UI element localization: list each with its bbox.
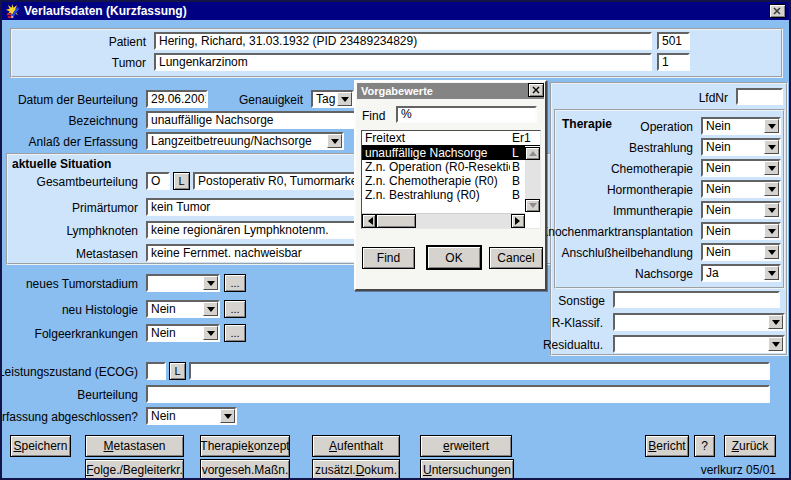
therapiekonzept-button[interactable]: Therapiekonzept bbox=[200, 435, 290, 457]
find-button[interactable]: Find bbox=[362, 247, 415, 269]
scroll-left-icon[interactable] bbox=[362, 214, 376, 228]
lfdnr-input[interactable] bbox=[736, 88, 783, 105]
designation-input[interactable]: unauffällige Nachsorge bbox=[146, 111, 364, 129]
lymph-nodes-label: Lymphknoten bbox=[66, 224, 138, 238]
tumor-id-input[interactable]: 1 bbox=[657, 53, 690, 71]
evaluation-input[interactable] bbox=[146, 385, 770, 403]
chevron-down-icon[interactable] bbox=[203, 302, 218, 316]
chevron-down-icon[interactable] bbox=[203, 326, 218, 340]
table-row[interactable]: unauffällige Nachsorge L bbox=[362, 146, 525, 160]
therapy-immuno-combobox[interactable]: Nein bbox=[701, 201, 781, 219]
table-row[interactable]: Z.n. Chemotherapie (R0) B bbox=[362, 174, 525, 188]
window-title: Verlaufsdaten (Kurzfassung) bbox=[24, 4, 187, 18]
version-text: verlkurz 05/01 bbox=[701, 463, 776, 477]
column-erf[interactable]: Er1 bbox=[512, 131, 531, 146]
complications-more-button[interactable]: ... bbox=[224, 324, 246, 342]
therapy-row-label: Knochenmarktransplantation bbox=[540, 225, 693, 239]
window-titlebar: Verlaufsdaten (Kurzfassung) bbox=[2, 2, 789, 20]
table-row[interactable]: Z.n. Operation (R0-Resektio B bbox=[362, 160, 525, 174]
vertical-scrollbar[interactable] bbox=[525, 147, 540, 212]
cancel-button[interactable]: Cancel bbox=[489, 247, 543, 269]
zusaetzl-dokum-button[interactable]: zusätzl.Dokum. bbox=[312, 459, 400, 480]
ecog-code-input[interactable] bbox=[146, 362, 166, 380]
aufenthalt-button[interactable]: Aufenthalt bbox=[312, 435, 400, 457]
ok-button[interactable]: OK bbox=[427, 246, 481, 269]
chevron-down-icon[interactable] bbox=[764, 119, 779, 133]
speichern-button[interactable]: Speichern bbox=[10, 435, 71, 457]
ecog-text-input[interactable] bbox=[189, 362, 770, 380]
chevron-down-icon[interactable] bbox=[768, 315, 783, 329]
chevron-down-icon[interactable] bbox=[764, 161, 779, 175]
therapy-followup-combobox[interactable]: Ja bbox=[701, 264, 781, 282]
chevron-down-icon[interactable] bbox=[203, 276, 218, 290]
residualtu-combobox[interactable] bbox=[613, 335, 785, 353]
sonstige-input[interactable] bbox=[613, 291, 780, 308]
patient-input[interactable]: Hering, Richard, 31.03.1932 (PID 2348923… bbox=[154, 32, 652, 50]
new-tumor-stage-label: neues Tumorstadium bbox=[26, 277, 138, 291]
chevron-down-icon[interactable] bbox=[220, 409, 235, 423]
scroll-down-icon[interactable] bbox=[525, 199, 540, 212]
chevron-down-icon[interactable] bbox=[337, 92, 352, 106]
untersuchungen-button[interactable]: Untersuchungen bbox=[420, 459, 514, 480]
window-close-button[interactable] bbox=[769, 4, 786, 18]
popup-titlebar: Vorgabewerte bbox=[357, 83, 544, 99]
chevron-down-icon[interactable] bbox=[327, 134, 342, 148]
help-button[interactable]: ? bbox=[694, 435, 715, 457]
folge-begleiterkr-button[interactable]: Folge./Begleiterkr. bbox=[85, 459, 184, 480]
new-tumor-stage-more-button[interactable]: ... bbox=[224, 274, 246, 292]
therapy-operation-combobox[interactable]: Nein bbox=[701, 117, 781, 135]
patient-id-input[interactable]: 501 bbox=[657, 32, 690, 50]
scroll-right-icon[interactable] bbox=[511, 214, 525, 228]
patient-label: Patient bbox=[109, 35, 146, 49]
tumor-input[interactable]: Lungenkarzinom bbox=[154, 53, 652, 71]
overall-lookup-button[interactable]: L bbox=[173, 172, 190, 190]
find-input[interactable]: % bbox=[396, 106, 537, 123]
therapy-row-label: Nachsorge bbox=[635, 267, 693, 281]
vorgeseh-massn-button[interactable]: vorgeseh. Maßn. bbox=[200, 459, 290, 480]
overall-assessment-code-input[interactable]: O bbox=[146, 172, 170, 190]
occasion-combobox[interactable]: Langzeitbetreuung/Nachsorge bbox=[146, 132, 344, 150]
tumor-label: Tumor bbox=[112, 56, 146, 70]
therapy-hormone-combobox[interactable]: Nein bbox=[701, 180, 781, 198]
therapy-row-label: Anschlußheilbehandlung bbox=[562, 246, 693, 260]
table-row[interactable]: Z.n. Bestrahlung (R0) B bbox=[362, 188, 525, 202]
close-icon bbox=[532, 86, 541, 94]
metastases-label: Metastasen bbox=[76, 247, 138, 261]
new-histology-label: neu Histologie bbox=[62, 303, 138, 317]
sonstige-label: Sonstige bbox=[558, 294, 605, 308]
zurueck-button[interactable]: Zurück bbox=[724, 435, 776, 457]
new-histology-combobox[interactable]: Nein bbox=[146, 300, 220, 318]
chevron-down-icon[interactable] bbox=[764, 182, 779, 196]
therapy-radiation-combobox[interactable]: Nein bbox=[701, 138, 781, 156]
popup-close-button[interactable] bbox=[528, 83, 544, 97]
scrollbar-thumb[interactable] bbox=[376, 214, 416, 228]
chevron-down-icon[interactable] bbox=[764, 224, 779, 238]
chevron-down-icon[interactable] bbox=[764, 266, 779, 280]
erweitert-button[interactable]: erweitert bbox=[420, 435, 512, 457]
chevron-down-icon[interactable] bbox=[764, 140, 779, 154]
complications-combobox[interactable]: Nein bbox=[146, 324, 220, 342]
therapy-bonemarrow-combobox[interactable]: Nein bbox=[701, 222, 781, 240]
therapy-rehab-combobox[interactable]: Nein bbox=[701, 243, 781, 261]
capture-completed-combobox[interactable]: Nein bbox=[146, 407, 237, 425]
therapy-title: Therapie bbox=[562, 117, 612, 131]
occasion-label: Anlaß der Erfassung bbox=[29, 135, 138, 149]
new-histology-more-button[interactable]: ... bbox=[224, 300, 246, 318]
column-freitext[interactable]: Freitext bbox=[365, 131, 510, 146]
accuracy-combobox[interactable]: Tag bbox=[311, 90, 354, 108]
r-klassif-combobox[interactable] bbox=[613, 313, 785, 331]
app-icon bbox=[5, 4, 20, 19]
metastasen-button[interactable]: Metastasen bbox=[85, 435, 184, 457]
therapy-chemo-combobox[interactable]: Nein bbox=[701, 159, 781, 177]
chevron-down-icon[interactable] bbox=[768, 337, 783, 351]
close-icon bbox=[773, 7, 782, 15]
new-tumor-stage-combobox[interactable] bbox=[146, 274, 220, 292]
bericht-button[interactable]: Bericht bbox=[645, 435, 689, 457]
assessment-date-input[interactable]: 29.06.2001 bbox=[146, 90, 208, 108]
scroll-up-icon[interactable] bbox=[525, 147, 540, 160]
chevron-down-icon[interactable] bbox=[764, 203, 779, 217]
ecog-lookup-button[interactable]: L bbox=[169, 362, 186, 380]
chevron-down-icon[interactable] bbox=[764, 245, 779, 259]
main-window: Verlaufsdaten (Kurzfassung) Patient Heri… bbox=[0, 0, 791, 480]
horizontal-scrollbar[interactable] bbox=[362, 213, 525, 228]
